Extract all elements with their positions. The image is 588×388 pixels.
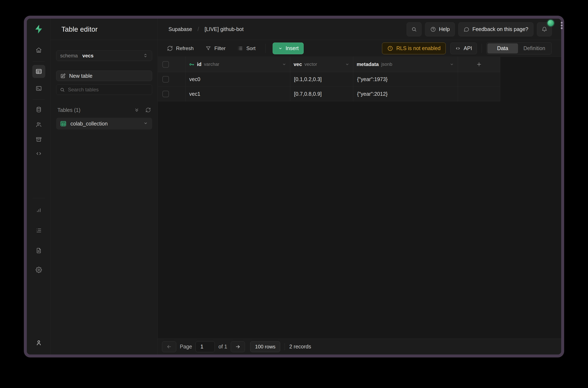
search-icon: [411, 26, 417, 32]
chevron-down-icon[interactable]: [282, 62, 287, 67]
column-header-id[interactable]: id varchar: [185, 57, 290, 72]
sidebar-item-database[interactable]: [34, 105, 43, 114]
page-number-input[interactable]: [196, 341, 215, 352]
top-bar: Supabase / [LIVE] github-bot Help Feedba…: [158, 19, 561, 40]
chevron-down-icon[interactable]: [143, 121, 148, 127]
search-button[interactable]: [407, 22, 422, 36]
user-profile-button[interactable]: [34, 338, 43, 347]
table-item-label: colab_collection: [71, 121, 108, 127]
records-count: 2 records: [289, 344, 311, 350]
cell-metadata[interactable]: {"year":2012}: [353, 87, 458, 101]
home-icon: [36, 47, 42, 53]
alert-circle-icon: [387, 46, 393, 51]
tables-count-label: Tables (1): [57, 107, 80, 113]
plus-icon: [476, 61, 482, 67]
add-column-button[interactable]: [458, 57, 500, 72]
search-tables-input[interactable]: [68, 87, 148, 93]
schema-select[interactable]: schema vecs: [56, 50, 152, 61]
select-all-checkbox[interactable]: [162, 61, 169, 68]
sidebar-item-logs[interactable]: [34, 226, 43, 235]
chevrons-up-down-icon: [143, 53, 148, 59]
sidebar-table-item-colab-collection[interactable]: colab_collection: [56, 118, 152, 129]
sidebar-item-settings[interactable]: [34, 265, 43, 274]
sidebar-item-home[interactable]: [34, 46, 43, 55]
filter-label: Filter: [214, 46, 225, 51]
filter-funnel-icon: [205, 46, 211, 51]
view-mode-tabs: Data Definition: [486, 42, 552, 54]
api-button[interactable]: API: [450, 43, 477, 54]
cell-empty: [458, 87, 500, 101]
cell-id[interactable]: vec1: [185, 87, 290, 101]
table-green-icon: [60, 120, 67, 127]
rail-divider: [33, 198, 45, 198]
rail-divider: [33, 61, 45, 62]
sidebar-item-table-editor[interactable]: [32, 65, 45, 78]
sidebar-item-sql-editor[interactable]: [34, 84, 43, 93]
new-table-button[interactable]: New table: [56, 71, 152, 81]
refresh-icon: [167, 46, 173, 51]
select-all-cell: [158, 57, 185, 72]
next-page-button[interactable]: [231, 341, 245, 352]
sidebar-item-reports[interactable]: [34, 206, 43, 215]
insert-label: Insert: [286, 45, 299, 51]
notifications-button[interactable]: [537, 22, 552, 36]
database-icon: [36, 106, 42, 113]
filter-button[interactable]: Filter: [205, 46, 225, 51]
sidebar-item-api-docs[interactable]: [34, 246, 43, 255]
pagination-divider: [285, 343, 285, 350]
file-text-icon: [36, 247, 42, 254]
help-circle-icon: [430, 26, 436, 32]
column-name: id: [197, 61, 201, 67]
sidebar-item-authentication[interactable]: [34, 120, 43, 129]
window-handle-dots: [561, 22, 563, 29]
rows-per-page-button[interactable]: 100 rows: [250, 341, 280, 352]
rls-warning-label: RLS is not enabled: [396, 45, 441, 51]
schema-select-label: schema: [60, 53, 78, 59]
column-type: vector: [304, 62, 317, 67]
cell-vec[interactable]: [0.7,0.8,0.9]: [290, 87, 353, 101]
column-header-vec[interactable]: vec vector: [290, 57, 353, 72]
tab-definition[interactable]: Definition: [518, 43, 551, 53]
rls-warning-button[interactable]: RLS is not enabled: [382, 43, 446, 54]
tab-data[interactable]: Data: [488, 43, 518, 53]
insert-button[interactable]: Insert: [273, 43, 304, 54]
toolbar-divider: [266, 44, 266, 53]
column-header-metadata[interactable]: metadata jsonb: [353, 57, 458, 72]
feedback-button[interactable]: Feedback on this page?: [458, 22, 534, 36]
rail-divider: [33, 99, 45, 99]
online-status-badge: [548, 20, 554, 26]
cell-vec[interactable]: [0.1,0.2,0.3]: [290, 72, 353, 87]
supabase-logo-icon[interactable]: [34, 24, 44, 34]
chevron-down-icon[interactable]: [345, 62, 350, 67]
cell-metadata[interactable]: {"year":1973}: [353, 72, 458, 87]
help-label: Help: [439, 26, 450, 32]
help-button[interactable]: Help: [425, 22, 455, 36]
row-select-cell: [158, 72, 185, 87]
refresh-tables-icon[interactable]: [146, 107, 151, 113]
refresh-label: Refresh: [176, 46, 194, 51]
row-checkbox[interactable]: [162, 91, 169, 97]
sidebar-item-edge-functions[interactable]: [34, 149, 43, 158]
collapse-all-icon[interactable]: [134, 107, 140, 113]
table-row: vec0 [0.1,0.2,0.3] {"year":1973}: [158, 72, 561, 87]
refresh-button[interactable]: Refresh: [167, 46, 194, 51]
app-window: Table editor schema vecs New table: [24, 16, 564, 357]
breadcrumb-org[interactable]: Supabase: [169, 26, 192, 32]
column-name: vec: [294, 61, 302, 67]
grid-toolbar: Refresh Filter Sort Insert: [158, 40, 561, 57]
chevron-down-icon[interactable]: [449, 62, 454, 67]
search-icon: [60, 87, 65, 92]
previous-page-button[interactable]: [162, 341, 176, 352]
sidebar-item-storage[interactable]: [34, 135, 43, 144]
breadcrumb-project[interactable]: [LIVE] github-bot: [204, 26, 244, 32]
code-icon: [36, 150, 42, 157]
sort-list-icon: [237, 46, 243, 51]
cell-id[interactable]: vec0: [185, 72, 290, 87]
row-checkbox[interactable]: [162, 76, 169, 83]
column-type: varchar: [204, 62, 219, 67]
nav-rail: [27, 19, 51, 355]
table-editor-icon: [35, 68, 42, 75]
primary-key-icon: [189, 62, 195, 67]
sort-button[interactable]: Sort: [237, 46, 255, 51]
list-icon: [36, 227, 42, 234]
